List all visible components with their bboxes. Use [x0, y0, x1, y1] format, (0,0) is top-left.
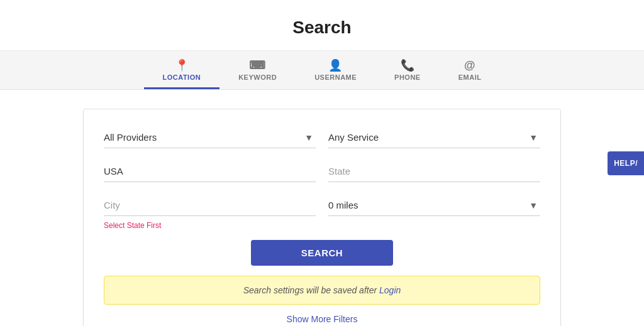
tab-keyword[interactable]: ⌨ KEYWORD	[219, 51, 296, 89]
search-form: All Providers ▼ Any Service ▼	[83, 109, 561, 326]
page-header: Search	[0, 0, 644, 51]
tab-phone[interactable]: 📞 PHONE	[375, 51, 440, 89]
city-field	[104, 195, 316, 216]
page-title: Search	[0, 18, 644, 38]
provider-select[interactable]: All Providers	[104, 127, 316, 148]
username-icon: 👤	[328, 60, 343, 71]
location-icon: 📍	[175, 60, 189, 71]
state-input[interactable]	[328, 161, 540, 182]
email-icon: @	[464, 60, 475, 71]
state-error-text: Select State First	[104, 221, 540, 230]
info-banner-text: Search settings will be saved after	[243, 285, 379, 295]
info-banner: Search settings will be saved after Logi…	[104, 276, 540, 305]
help-button[interactable]: HELP/	[608, 151, 644, 175]
tab-username[interactable]: 👤 USERNAME	[296, 51, 375, 89]
tab-email[interactable]: @ EMAIL	[440, 51, 501, 89]
city-input[interactable]	[104, 195, 316, 216]
phone-icon: 📞	[401, 60, 415, 71]
tab-location[interactable]: 📍 LOCATION	[144, 51, 220, 89]
show-more-filters: Show More Filters	[104, 313, 540, 325]
main-content: All Providers ▼ Any Service ▼	[0, 90, 644, 326]
login-link[interactable]: Login	[379, 285, 401, 295]
country-state-row	[104, 161, 540, 182]
search-btn-row: Search	[104, 240, 540, 266]
tab-location-label: LOCATION	[163, 73, 201, 81]
tab-email-label: EMAIL	[458, 73, 482, 81]
distance-select[interactable]: 0 miles5 miles10 miles25 miles50 miles10…	[328, 195, 540, 216]
tab-username-label: USERNAME	[314, 73, 357, 81]
tab-phone-label: PHONE	[394, 73, 421, 81]
distance-field: 0 miles5 miles10 miles25 miles50 miles10…	[328, 195, 540, 216]
show-more-filters-link[interactable]: Show More Filters	[287, 314, 358, 324]
keyword-icon: ⌨	[249, 60, 266, 71]
country-field	[104, 161, 316, 182]
tab-keyword-label: KEYWORD	[238, 73, 277, 81]
state-field	[328, 161, 540, 182]
city-distance-row: 0 miles5 miles10 miles25 miles50 miles10…	[104, 195, 540, 216]
provider-field: All Providers ▼	[104, 127, 316, 148]
service-select[interactable]: Any Service	[328, 127, 540, 148]
country-input[interactable]	[104, 161, 316, 182]
provider-service-row: All Providers ▼ Any Service ▼	[104, 127, 540, 148]
service-field: Any Service ▼	[328, 127, 540, 148]
search-button[interactable]: Search	[251, 240, 393, 266]
tabs-bar: 📍 LOCATION ⌨ KEYWORD 👤 USERNAME 📞 PHONE …	[0, 51, 644, 90]
